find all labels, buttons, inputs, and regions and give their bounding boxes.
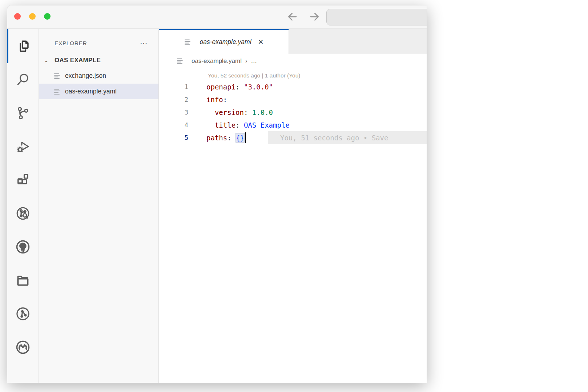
file-icon (53, 88, 61, 95)
folder-icon (15, 272, 31, 288)
close-window-button[interactable] (14, 13, 21, 20)
line-number: 5 (159, 134, 188, 141)
git-inspect-item[interactable] (7, 197, 39, 230)
yaml-file-icon (184, 39, 192, 46)
breadcrumb-file[interactable]: oas-example.yaml (192, 57, 242, 65)
line-content: title: OAS Example (188, 121, 290, 129)
line-number: 3 (159, 109, 188, 116)
code-line-5[interactable]: 5paths: {}You, 51 seconds ago • Save (159, 131, 427, 144)
breadcrumb: oas-example.yaml › … (159, 54, 427, 68)
run-debug-item[interactable] (7, 130, 39, 163)
file-list: exchange.jsonoas-example.yaml (39, 68, 158, 99)
line-number: 2 (159, 96, 188, 103)
github-icon (15, 239, 31, 255)
github-item[interactable] (7, 230, 39, 264)
code-line-4[interactable]: 4 title: OAS Example (159, 119, 427, 131)
search-icon-item[interactable] (7, 63, 39, 96)
explorer-title: EXPLORER (55, 40, 140, 47)
indent-guide (211, 106, 211, 131)
file-item-exchange.json[interactable]: exchange.json (39, 68, 158, 84)
arrow-right-icon (308, 11, 321, 23)
arrow-left-icon (286, 11, 299, 23)
file-name: exchange.json (65, 72, 106, 80)
tab-strip: oas-example.yaml ✕ (159, 29, 427, 54)
activity-bar (7, 29, 39, 383)
git-search-circle-icon (15, 205, 31, 221)
line-content: paths: {} (188, 132, 246, 143)
mulesoft-icon (15, 339, 31, 355)
breadcrumb-symbol[interactable]: … (251, 57, 257, 65)
line-number: 1 (159, 83, 188, 91)
git-branch-icon (15, 105, 31, 121)
code-editor[interactable]: 1openapi: "3.0.0"2info:3 version: 1.0.04… (159, 80, 427, 144)
history-forward-button[interactable] (308, 11, 321, 23)
text-cursor (245, 132, 246, 143)
zoom-window-button[interactable] (44, 13, 51, 20)
file-name: oas-example.yaml (65, 88, 117, 95)
traffic-lights (14, 13, 51, 20)
folder-item[interactable] (7, 264, 39, 297)
file-icon (53, 72, 61, 80)
code-line-3[interactable]: 3 version: 1.0.0 (159, 106, 427, 119)
mulesoft-item[interactable] (7, 331, 39, 364)
code-line-2[interactable]: 2info: (159, 93, 427, 106)
line-content: version: 1.0.0 (188, 108, 273, 116)
tab-oas-example-yaml[interactable]: oas-example.yaml ✕ (159, 29, 289, 54)
explorer-sidebar: EXPLORER ⋯ ⌄ OAS EXAMPLE exchange.jsonoa… (39, 29, 159, 383)
source-control-item[interactable] (7, 96, 39, 130)
extensions-item[interactable] (7, 163, 39, 197)
codelens-blame[interactable]: You, 52 seconds ago | 1 author (You) (159, 68, 427, 80)
explorer-icon[interactable] (7, 29, 39, 63)
chevron-down-icon: ⌄ (44, 57, 55, 64)
line-content: openapi: "3.0.0" (188, 83, 273, 91)
breadcrumb-separator-icon: › (245, 58, 247, 64)
editor-group: oas-example.yaml ✕ oas-example.yaml › … … (159, 29, 427, 383)
line-content: info: (188, 96, 227, 104)
tab-title: oas-example.yaml (200, 38, 251, 46)
workspace-section-header[interactable]: ⌄ OAS EXAMPLE (39, 53, 158, 68)
fork-circle-icon (15, 306, 31, 322)
search-icon (15, 72, 31, 88)
debug-play-icon (15, 139, 31, 155)
line-number: 4 (159, 121, 188, 129)
history-back-button[interactable] (286, 11, 299, 23)
vscode-window: EXPLORER ⋯ ⌄ OAS EXAMPLE exchange.jsonoa… (7, 5, 427, 383)
explorer-more-actions-icon[interactable]: ⋯ (140, 41, 148, 45)
titlebar (7, 5, 427, 29)
file-item-oas-example.yaml[interactable]: oas-example.yaml (39, 84, 158, 99)
tab-close-icon[interactable]: ✕ (258, 38, 264, 46)
extensions-icon (15, 172, 31, 188)
minimize-window-button[interactable] (29, 13, 36, 20)
code-line-1[interactable]: 1openapi: "3.0.0" (159, 80, 427, 93)
command-center-search[interactable] (326, 9, 427, 25)
files-icon (15, 38, 31, 54)
yaml-file-icon (176, 57, 184, 65)
workspace-name: OAS EXAMPLE (55, 57, 101, 64)
inline-blame: You, 51 seconds ago • Save (268, 131, 427, 144)
project-graph-item[interactable] (7, 297, 39, 331)
